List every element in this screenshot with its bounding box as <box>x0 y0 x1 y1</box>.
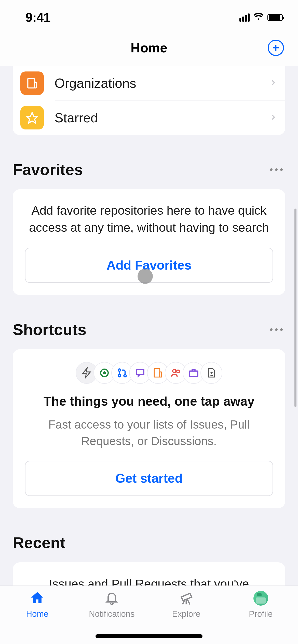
shortcuts-more-button[interactable] <box>267 326 285 333</box>
svg-marker-9 <box>83 368 90 378</box>
list-row-organizations[interactable]: Organizations <box>13 66 285 100</box>
shortcuts-header: Shortcuts <box>13 320 285 349</box>
battery-icon <box>267 14 283 21</box>
home-icon <box>30 591 45 606</box>
status-bar: 9:41 <box>0 0 298 30</box>
svg-point-13 <box>118 375 120 377</box>
favorites-header: Favorites <box>13 160 285 189</box>
touch-indicator <box>138 269 153 284</box>
nav-list-card: Organizations Starred <box>13 66 285 135</box>
svg-point-11 <box>103 372 105 374</box>
telescope-icon <box>179 591 194 606</box>
list-row-starred[interactable]: Starred <box>13 100 285 135</box>
svg-point-14 <box>124 375 126 377</box>
tab-label: Home <box>26 609 48 619</box>
section-title: Shortcuts <box>13 320 86 339</box>
page-title: Home <box>131 40 167 55</box>
list-row-label: Organizations <box>55 76 269 91</box>
section-title: Favorites <box>13 160 83 179</box>
organization-icon <box>20 71 44 95</box>
scroll-indicator[interactable] <box>294 209 296 407</box>
tab-label: Profile <box>249 609 273 619</box>
svg-line-26 <box>187 599 190 604</box>
svg-point-19 <box>177 370 180 373</box>
wifi-icon <box>253 12 264 23</box>
shortcuts-title: The things you need, one tap away <box>25 394 273 409</box>
cellular-icon <box>239 13 250 22</box>
svg-marker-8 <box>27 112 37 123</box>
list-row-label: Starred <box>55 110 269 125</box>
favorites-empty-text: Add favorite repositories here to have q… <box>25 202 273 236</box>
svg-rect-17 <box>160 372 161 377</box>
svg-rect-2 <box>28 78 34 88</box>
svg-rect-16 <box>154 369 160 377</box>
star-icon <box>20 106 44 129</box>
status-icons <box>239 12 283 23</box>
svg-rect-20 <box>189 371 198 377</box>
section-title: Recent <box>13 534 65 552</box>
svg-rect-3 <box>34 82 36 88</box>
tab-label: Notifications <box>89 609 135 619</box>
svg-point-18 <box>173 370 176 373</box>
status-time: 9:41 <box>25 10 50 25</box>
bell-icon <box>104 591 119 606</box>
recent-header: Recent <box>13 534 285 562</box>
chevron-right-icon <box>269 113 278 123</box>
tab-label: Explore <box>172 609 200 619</box>
shortcut-icons-row <box>25 362 273 384</box>
tab-profile[interactable]: Profile <box>224 591 298 644</box>
chevron-right-icon <box>269 78 278 88</box>
favorites-more-button[interactable] <box>267 166 285 173</box>
plus-icon <box>271 43 280 52</box>
shortcuts-subtitle: Fast access to your lists of Issues, Pul… <box>25 416 273 449</box>
get-started-button[interactable]: Get started <box>25 461 273 496</box>
svg-point-12 <box>118 369 120 371</box>
avatar-icon <box>253 591 268 606</box>
file-diff-icon <box>200 362 222 384</box>
home-indicator[interactable] <box>96 634 202 638</box>
nav-header: Home <box>0 30 298 66</box>
tab-home[interactable]: Home <box>0 591 75 644</box>
shortcuts-card: The things you need, one tap away Fast a… <box>13 349 285 508</box>
add-button[interactable] <box>268 40 284 56</box>
